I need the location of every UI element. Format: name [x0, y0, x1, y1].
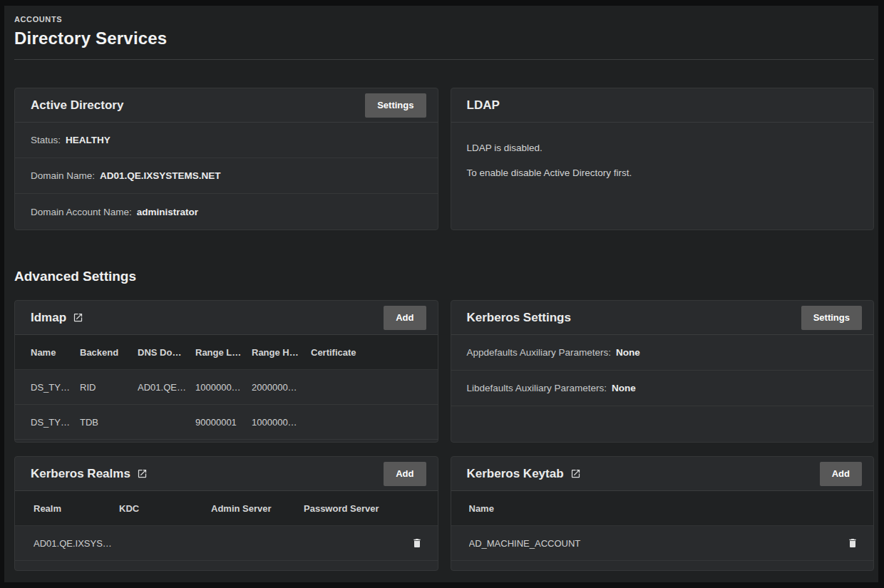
ldap-card-title: LDAP	[467, 98, 500, 113]
table-cell: RID	[80, 382, 138, 393]
column-header: Range H…	[252, 347, 311, 358]
libdefaults-value: None	[612, 383, 636, 393]
kerberos-keytab-add-button[interactable]: Add	[820, 462, 862, 486]
idmap-table-row[interactable]: DS_TY… RID AD01.QE… 1000000… 2000000…	[15, 370, 438, 405]
ad-domain-account-value: administrator	[137, 207, 198, 217]
kerberos-settings-card: Kerberos Settings Settings Appdefaults A…	[451, 300, 875, 443]
trash-icon	[411, 537, 423, 550]
kerberos-realms-add-button[interactable]: Add	[384, 462, 426, 486]
active-directory-card-title: Active Directory	[31, 98, 123, 113]
kerberos-settings-card-title: Kerberos Settings	[467, 311, 571, 325]
column-header: Backend	[80, 347, 138, 358]
idmap-card-title: Idmap	[31, 311, 66, 325]
table-cell: 90000001	[195, 417, 252, 428]
idmap-table-row[interactable]: DS_TY… TDB 90000001 1000000…	[15, 405, 438, 440]
column-header: Certificate	[311, 347, 438, 358]
appdefaults-value: None	[616, 347, 640, 358]
kerberos-settings-button[interactable]: Settings	[801, 306, 862, 330]
kerberos-realms-card-title: Kerberos Realms	[31, 467, 130, 481]
table-cell: TDB	[80, 417, 138, 428]
column-header: Password Server	[304, 503, 405, 514]
table-cell: 1000000…	[195, 382, 252, 393]
kerberos-realms-card: Kerberos Realms Add Realm KDC Admin Serv…	[14, 456, 438, 571]
table-cell: AD01.QE…	[138, 382, 195, 393]
active-directory-card: Active Directory Settings Status: HEALTH…	[14, 88, 438, 230]
breadcrumb: ACCOUNTS	[14, 6, 874, 24]
kerberos-keytab-card-title: Kerberos Keytab	[467, 467, 564, 481]
table-cell: AD01.QE.IXSYS…	[34, 538, 119, 549]
delete-keytab-button[interactable]	[841, 531, 865, 555]
realms-table-header: Realm KDC Admin Server Password Server	[15, 491, 438, 526]
libdefaults-label: Libdefaults Auxiliary Parameters:	[467, 383, 607, 393]
column-header: Realm	[34, 503, 119, 514]
appdefaults-label: Appdefaults Auxiliary Parameters:	[467, 347, 612, 358]
ldap-card: LDAP LDAP is disabled. To enable disable…	[451, 88, 875, 230]
idmap-add-button[interactable]: Add	[384, 306, 426, 330]
column-header: KDC	[119, 503, 211, 514]
ad-domain-name-row: Domain Name: AD01.QE.IXSYSTEMS.NET	[15, 158, 438, 194]
libdefaults-row: Libdefaults Auxiliary Parameters: None	[451, 371, 874, 406]
column-header: DNS Do…	[138, 347, 195, 358]
trash-icon	[847, 537, 858, 550]
active-directory-settings-button[interactable]: Settings	[365, 93, 426, 118]
column-header: Admin Server	[211, 503, 304, 514]
ad-status-value: HEALTHY	[66, 135, 110, 145]
open-in-new-icon[interactable]	[137, 468, 148, 479]
ldap-disabled-message: LDAP is disabled.	[467, 143, 858, 153]
column-header: Range L…	[195, 347, 252, 358]
page-title: Directory Services	[14, 29, 874, 48]
table-cell: 2000000…	[252, 382, 311, 393]
idmap-table-header: Name Backend DNS Do… Range L… Range H… C…	[15, 335, 438, 370]
ad-status-label: Status:	[31, 135, 61, 145]
ad-domain-name-label: Domain Name:	[31, 170, 95, 181]
column-header: Name	[469, 503, 841, 514]
kerberos-keytab-card: Kerberos Keytab Add Name AD_MACHINE_ACCO…	[451, 456, 875, 571]
ad-domain-account-label: Domain Account Name:	[31, 207, 132, 217]
ldap-enable-hint: To enable disable Active Directory first…	[467, 167, 858, 178]
table-cell: 1000000…	[252, 417, 311, 428]
open-in-new-icon[interactable]	[73, 312, 83, 323]
table-cell: DS_TY…	[31, 417, 80, 428]
header-divider	[14, 59, 874, 60]
directory-services-page: ACCOUNTS Directory Services Active Direc…	[4, 6, 878, 582]
delete-realm-button[interactable]	[405, 531, 429, 555]
column-header: Name	[31, 347, 80, 358]
ad-status-row: Status: HEALTHY	[15, 123, 438, 158]
advanced-settings-heading: Advanced Settings	[14, 269, 874, 284]
open-in-new-icon[interactable]	[570, 468, 581, 479]
table-cell: AD_MACHINE_ACCOUNT	[469, 538, 841, 549]
ad-domain-account-row: Domain Account Name: administrator	[15, 194, 438, 229]
idmap-card: Idmap Add Name Backend DNS Do… Range L… …	[14, 300, 438, 443]
ad-domain-name-value: AD01.QE.IXSYSTEMS.NET	[100, 170, 221, 181]
keytab-table-row[interactable]: AD_MACHINE_ACCOUNT	[451, 526, 874, 561]
appdefaults-row: Appdefaults Auxiliary Parameters: None	[451, 335, 874, 371]
keytab-table-header: Name	[451, 491, 874, 526]
realms-table-row[interactable]: AD01.QE.IXSYS…	[15, 526, 438, 561]
table-cell: DS_TY…	[31, 382, 80, 393]
